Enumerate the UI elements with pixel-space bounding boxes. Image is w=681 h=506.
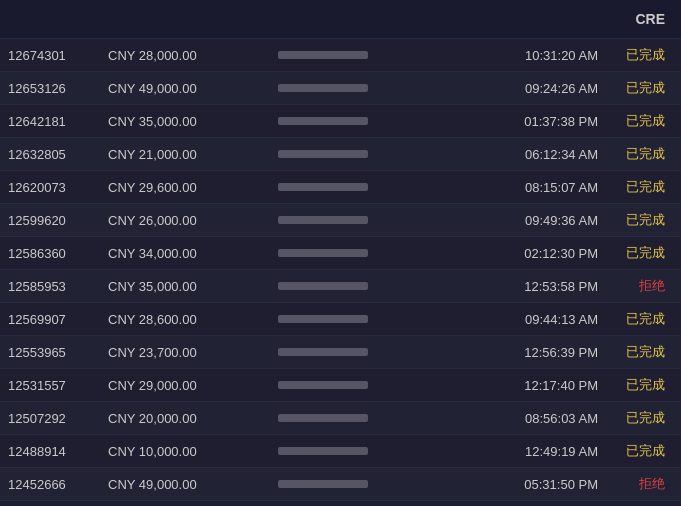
row-id: 12452666	[8, 477, 108, 492]
row-id: 12585953	[8, 279, 108, 294]
table-row[interactable]: 12620073 CNY 29,600.00 08:15:07 AM 已完成	[0, 171, 681, 204]
row-bar	[278, 414, 478, 422]
progress-bar	[278, 348, 368, 356]
progress-bar	[278, 480, 368, 488]
row-status: 已完成	[598, 310, 673, 328]
table-row[interactable]: 12599620 CNY 26,000.00 09:49:36 AM 已完成	[0, 204, 681, 237]
cre-label: CRE	[635, 11, 665, 27]
row-amount: CNY 28,000.00	[108, 48, 278, 63]
row-bar	[278, 381, 478, 389]
row-amount: CNY 35,000.00	[108, 279, 278, 294]
row-id: 12586360	[8, 246, 108, 261]
row-amount: CNY 49,000.00	[108, 477, 278, 492]
row-amount: CNY 23,700.00	[108, 345, 278, 360]
row-bar	[278, 150, 478, 158]
row-bar	[278, 480, 478, 488]
header-area: CRE	[0, 0, 681, 39]
table-row[interactable]: 12451713 CNY 49,600.00 02:26:17 PM 拒绝	[0, 501, 681, 506]
row-status: 已完成	[598, 112, 673, 130]
progress-bar	[278, 414, 368, 422]
table-row[interactable]: 12585953 CNY 35,000.00 12:53:58 PM 拒绝	[0, 270, 681, 303]
row-status: 拒绝	[598, 277, 673, 295]
row-amount: CNY 10,000.00	[108, 444, 278, 459]
row-id: 12488914	[8, 444, 108, 459]
row-time: 02:12:30 PM	[478, 246, 598, 261]
row-status: 已完成	[598, 442, 673, 460]
row-id: 12674301	[8, 48, 108, 63]
row-time: 08:56:03 AM	[478, 411, 598, 426]
row-amount: CNY 29,600.00	[108, 180, 278, 195]
row-time: 12:49:19 AM	[478, 444, 598, 459]
row-id: 12653126	[8, 81, 108, 96]
row-time: 06:12:34 AM	[478, 147, 598, 162]
progress-bar	[278, 117, 368, 125]
row-status: 已完成	[598, 145, 673, 163]
table-row[interactable]: 12507292 CNY 20,000.00 08:56:03 AM 已完成	[0, 402, 681, 435]
table-row[interactable]: 12531557 CNY 29,000.00 12:17:40 PM 已完成	[0, 369, 681, 402]
row-id: 12507292	[8, 411, 108, 426]
row-status: 已完成	[598, 343, 673, 361]
progress-bar	[278, 447, 368, 455]
row-status: 已完成	[598, 409, 673, 427]
row-bar	[278, 117, 478, 125]
progress-bar	[278, 315, 368, 323]
row-bar	[278, 216, 478, 224]
progress-bar	[278, 381, 368, 389]
row-status: 已完成	[598, 244, 673, 262]
progress-bar	[278, 183, 368, 191]
row-amount: CNY 35,000.00	[108, 114, 278, 129]
progress-bar	[278, 150, 368, 158]
row-id: 12620073	[8, 180, 108, 195]
row-time: 10:31:20 AM	[478, 48, 598, 63]
row-status: 已完成	[598, 46, 673, 64]
table-row[interactable]: 12452666 CNY 49,000.00 05:31:50 PM 拒绝	[0, 468, 681, 501]
row-amount: CNY 21,000.00	[108, 147, 278, 162]
row-time: 12:56:39 PM	[478, 345, 598, 360]
progress-bar	[278, 84, 368, 92]
progress-bar	[278, 249, 368, 257]
row-bar	[278, 282, 478, 290]
row-id: 12599620	[8, 213, 108, 228]
table-row[interactable]: 12674301 CNY 28,000.00 10:31:20 AM 已完成	[0, 39, 681, 72]
row-status: 拒绝	[598, 475, 673, 493]
row-time: 08:15:07 AM	[478, 180, 598, 195]
row-bar	[278, 183, 478, 191]
table-row[interactable]: 12553965 CNY 23,700.00 12:56:39 PM 已完成	[0, 336, 681, 369]
row-status: 已完成	[598, 178, 673, 196]
row-bar	[278, 447, 478, 455]
row-time: 09:49:36 AM	[478, 213, 598, 228]
progress-bar	[278, 282, 368, 290]
row-id: 12632805	[8, 147, 108, 162]
row-id: 12569907	[8, 312, 108, 327]
table-row[interactable]: 12653126 CNY 49,000.00 09:24:26 AM 已完成	[0, 72, 681, 105]
row-time: 05:31:50 PM	[478, 477, 598, 492]
row-status: 已完成	[598, 211, 673, 229]
progress-bar	[278, 216, 368, 224]
row-amount: CNY 26,000.00	[108, 213, 278, 228]
row-id: 12553965	[8, 345, 108, 360]
row-bar	[278, 249, 478, 257]
row-bar	[278, 315, 478, 323]
row-amount: CNY 49,000.00	[108, 81, 278, 96]
row-status: 已完成	[598, 79, 673, 97]
table-row[interactable]: 12642181 CNY 35,000.00 01:37:38 PM 已完成	[0, 105, 681, 138]
row-time: 09:24:26 AM	[478, 81, 598, 96]
row-bar	[278, 348, 478, 356]
row-time: 09:44:13 AM	[478, 312, 598, 327]
table-container: 12674301 CNY 28,000.00 10:31:20 AM 已完成 1…	[0, 39, 681, 506]
table-row[interactable]: 12632805 CNY 21,000.00 06:12:34 AM 已完成	[0, 138, 681, 171]
row-amount: CNY 20,000.00	[108, 411, 278, 426]
row-amount: CNY 34,000.00	[108, 246, 278, 261]
row-id: 12531557	[8, 378, 108, 393]
progress-bar	[278, 51, 368, 59]
row-bar	[278, 51, 478, 59]
table-row[interactable]: 12586360 CNY 34,000.00 02:12:30 PM 已完成	[0, 237, 681, 270]
row-amount: CNY 28,600.00	[108, 312, 278, 327]
row-time: 12:17:40 PM	[478, 378, 598, 393]
row-bar	[278, 84, 478, 92]
table-row[interactable]: 12488914 CNY 10,000.00 12:49:19 AM 已完成	[0, 435, 681, 468]
row-amount: CNY 29,000.00	[108, 378, 278, 393]
table-row[interactable]: 12569907 CNY 28,600.00 09:44:13 AM 已完成	[0, 303, 681, 336]
row-time: 01:37:38 PM	[478, 114, 598, 129]
row-status: 已完成	[598, 376, 673, 394]
